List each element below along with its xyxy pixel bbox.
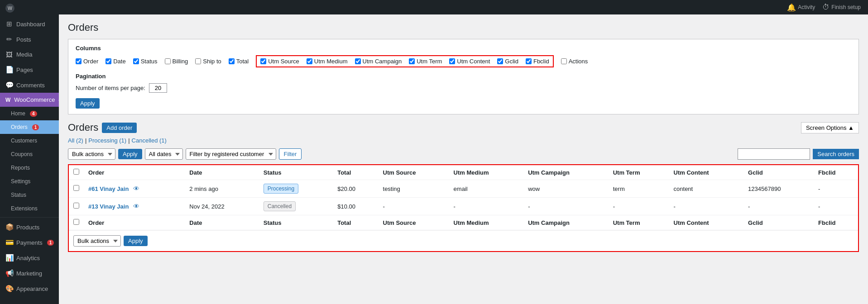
th-gclid[interactable]: Gclid [743,165,814,180]
col-status-checkbox[interactable]: Status [133,58,158,65]
sidebar-item-appearance[interactable]: 🎨 Appearance [0,281,59,296]
col-order-checkbox[interactable]: Order [76,58,98,65]
col-ship-to-input[interactable] [195,58,201,64]
col-actions-checkbox[interactable]: Actions [561,58,588,65]
appearance-icon: 🎨 [5,285,13,293]
col-order-input[interactable] [76,58,82,64]
col-date-checkbox[interactable]: Date [106,58,125,65]
sidebar-item-pages[interactable]: 📄 Pages [0,62,59,77]
activity-action[interactable]: 🔔 Activity [787,3,815,12]
tfoot-utm-content[interactable]: Utm Content [669,215,744,230]
order-link[interactable]: #61 Vinay Jain [88,185,129,192]
col-gclid-checkbox[interactable]: Gclid [497,58,518,65]
sidebar-item-posts[interactable]: ✏ Posts [0,32,59,47]
tfoot-date[interactable]: Date [185,215,259,230]
bulk-actions-select[interactable]: Bulk actions [68,148,115,160]
tfoot-fbclid[interactable]: Fbclid [814,215,858,230]
th-utm-term[interactable]: Utm Term [609,165,669,180]
finish-setup-action[interactable]: ⏱ Finish setup [822,3,861,11]
col-billing-input[interactable] [165,58,171,64]
footer-apply-button[interactable]: Apply [124,236,148,246]
col-fbclid-input[interactable] [526,58,532,64]
th-total[interactable]: Total [333,165,378,180]
search-orders-input[interactable] [738,148,810,160]
sidebar-item-coupons[interactable]: Coupons [0,147,59,161]
th-status[interactable]: Status [259,165,333,180]
sidebar-item-woocommerce[interactable]: W WooCommerce ◀ [0,93,59,107]
bulk-apply-button[interactable]: Apply [118,149,142,159]
col-utm-medium-label: Utm Medium [314,58,348,65]
footer-select-all-checkbox[interactable] [73,219,79,225]
col-date-input[interactable] [106,58,111,64]
sidebar-item-extensions[interactable]: Extensions [0,202,59,215]
sidebar-item-status[interactable]: Status [0,188,59,202]
eye-icon[interactable]: 👁 [133,203,139,210]
sidebar-item-analytics[interactable]: 📊 Analytics [0,250,59,266]
date-filter-select[interactable]: All dates [145,148,183,160]
sidebar-item-settings[interactable]: Settings [0,175,59,188]
sidebar-item-media[interactable]: 🖼 Media [0,47,59,62]
th-date[interactable]: Date [185,165,259,180]
sidebar-item-products[interactable]: 📦 Products [0,219,59,235]
col-utm-campaign-checkbox[interactable]: Utm Campaign [355,58,402,65]
col-utm-campaign-input[interactable] [355,58,361,64]
col-utm-medium-input[interactable] [307,58,312,64]
col-utm-source-input[interactable] [260,58,266,64]
col-total-input[interactable] [229,58,235,64]
row-utm-medium: - [449,198,524,215]
col-utm-content-input[interactable] [449,58,455,64]
eye-icon[interactable]: 👁 [133,185,139,192]
row-select-checkbox[interactable] [73,203,79,209]
col-gclid-input[interactable] [497,58,503,64]
sidebar-item-orders[interactable]: Orders 1 [0,120,59,134]
col-total-checkbox[interactable]: Total [229,58,249,65]
customer-filter-select[interactable]: Filter by registered customer [186,148,276,160]
row-total: $10.00 [333,198,378,215]
tfoot-gclid[interactable]: Gclid [743,215,814,230]
filter-tab-cancelled[interactable]: Cancelled (1) [132,137,167,144]
filter-tab-all[interactable]: All (2) [68,137,83,144]
tfoot-order[interactable]: Order [84,215,185,230]
sidebar-item-reports[interactable]: Reports [0,161,59,175]
col-billing-checkbox[interactable]: Billing [165,58,188,65]
screen-options-toggle-button[interactable]: Screen Options ▲ [801,122,859,133]
col-utm-term-checkbox[interactable]: Utm Term [409,58,442,65]
col-status-input[interactable] [133,58,139,64]
screen-options-apply-button[interactable]: Apply [76,98,100,109]
col-actions-input[interactable] [561,58,567,64]
filter-tab-processing[interactable]: Processing (1) [88,137,126,144]
search-orders-button[interactable]: Search orders [813,149,859,159]
footer-bulk-actions-select[interactable]: Bulk actions [73,235,121,247]
filter-button[interactable]: Filter [279,148,302,160]
row-select-checkbox[interactable] [73,185,79,191]
sidebar-item-comments[interactable]: 💬 Comments [0,77,59,93]
col-utm-content-checkbox[interactable]: Utm Content [449,58,490,65]
th-utm-content[interactable]: Utm Content [669,165,744,180]
add-order-button[interactable]: Add order [102,123,137,133]
tfoot-utm-term[interactable]: Utm Term [609,215,669,230]
th-utm-source[interactable]: Utm Source [379,165,449,180]
col-ship-to-checkbox[interactable]: Ship to [195,58,221,65]
sidebar-item-home[interactable]: Home 4 [0,107,59,120]
items-per-page-input[interactable] [149,83,167,93]
tfoot-total[interactable]: Total [333,215,378,230]
tfoot-status[interactable]: Status [259,215,333,230]
tfoot-utm-medium[interactable]: Utm Medium [449,215,524,230]
tfoot-utm-source[interactable]: Utm Source [379,215,449,230]
page-title: Orders [68,22,859,33]
select-all-checkbox[interactable] [73,169,79,175]
order-link[interactable]: #13 Vinay Jain [88,203,129,210]
col-utm-medium-checkbox[interactable]: Utm Medium [307,58,348,65]
th-utm-campaign[interactable]: Utm Campaign [523,165,609,180]
tfoot-utm-campaign[interactable]: Utm Campaign [523,215,609,230]
col-fbclid-checkbox[interactable]: Fbclid [526,58,549,65]
sidebar-item-marketing[interactable]: 📢 Marketing [0,266,59,281]
sidebar-item-payments[interactable]: 💳 Payments 1 [0,235,59,250]
sidebar-item-customers[interactable]: Customers [0,134,59,147]
sidebar-item-dashboard[interactable]: ⊞ Dashboard [0,16,59,32]
col-utm-source-checkbox[interactable]: Utm Source [260,58,299,65]
col-utm-term-input[interactable] [409,58,415,64]
th-fbclid[interactable]: Fbclid [814,165,858,180]
th-order[interactable]: Order [84,165,185,180]
th-utm-medium[interactable]: Utm Medium [449,165,524,180]
